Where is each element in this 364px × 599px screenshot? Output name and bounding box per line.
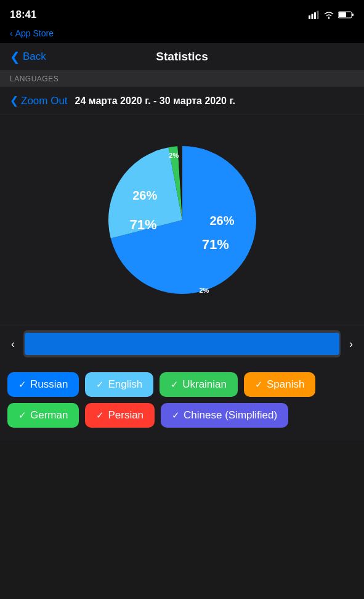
- lang-tag-persian[interactable]: ✓ Persian: [85, 403, 155, 428]
- status-time: 18:41: [10, 9, 36, 21]
- appstore-label: App Store: [15, 28, 54, 38]
- lang-label-english: English: [108, 378, 142, 391]
- language-tags: ✓ Russian ✓ English ✓ Ukrainian ✓ Spanis…: [0, 362, 364, 440]
- status-icons: [309, 10, 354, 19]
- scroll-bar-track[interactable]: [23, 330, 341, 357]
- lang-label-chinese: Chinese (Simplified): [184, 409, 277, 422]
- svg-rect-6: [352, 14, 354, 16]
- scroll-right-button[interactable]: ›: [344, 335, 358, 353]
- appstore-chevron-icon: ‹: [10, 28, 13, 38]
- svg-rect-0: [309, 15, 310, 19]
- lang-tag-chinese[interactable]: ✓ Chinese (Simplified): [161, 403, 288, 428]
- zoom-out-button[interactable]: ❮ Zoom Out: [10, 94, 68, 107]
- nav-bar: ❮ Back Statistics: [0, 43, 364, 71]
- lang-label-german: German: [30, 409, 68, 422]
- check-icon-chinese: ✓: [172, 410, 180, 421]
- scroll-indicator-area: ‹ ›: [0, 325, 364, 362]
- lang-label-spanish: Spanish: [267, 378, 304, 391]
- check-icon-german: ✓: [18, 410, 26, 421]
- chart-area: 71%26%2% 71% 26% 2%: [0, 115, 364, 325]
- back-chevron-icon: ❮: [10, 49, 20, 64]
- check-icon-spanish: ✓: [255, 379, 263, 390]
- check-icon-ukrainian: ✓: [171, 379, 179, 390]
- svg-text:2%: 2%: [169, 152, 179, 159]
- section-header: LANGUAGES: [0, 71, 364, 87]
- lang-tag-english[interactable]: ✓ English: [85, 372, 153, 397]
- back-label: Back: [23, 51, 46, 63]
- zoom-bar: ❮ Zoom Out 24 марта 2020 г. - 30 марта 2…: [0, 87, 364, 115]
- check-icon-english: ✓: [96, 379, 104, 390]
- wifi-icon: [323, 10, 334, 19]
- scroll-left-button[interactable]: ‹: [6, 335, 20, 353]
- appstore-row: ‹ App Store: [0, 27, 364, 43]
- pie-chart: 71%26%2% 71% 26% 2%: [96, 134, 269, 306]
- svg-text:71%: 71%: [201, 237, 229, 252]
- signal-icon: [309, 10, 320, 19]
- lang-label-persian: Persian: [108, 409, 144, 422]
- svg-rect-3: [317, 11, 319, 20]
- check-icon-russian: ✓: [18, 379, 26, 390]
- lang-tag-ukrainian[interactable]: ✓ Ukrainian: [160, 372, 238, 397]
- svg-rect-2: [314, 12, 316, 19]
- pie-chart-svg: 71%26%2%: [96, 134, 269, 306]
- page-title: Statistics: [156, 50, 208, 63]
- lang-tag-russian[interactable]: ✓ Russian: [7, 372, 79, 397]
- check-icon-persian: ✓: [96, 410, 104, 421]
- svg-rect-1: [312, 14, 313, 20]
- svg-rect-5: [339, 12, 346, 17]
- lang-label-russian: Russian: [30, 378, 68, 391]
- lang-tag-spanish[interactable]: ✓ Spanish: [244, 372, 315, 397]
- date-range: 24 марта 2020 г. - 30 марта 2020 г.: [75, 96, 235, 107]
- back-button[interactable]: ❮ Back: [10, 49, 46, 64]
- svg-text:26%: 26%: [132, 189, 157, 202]
- zoom-chevron-icon: ❮: [10, 94, 18, 107]
- battery-icon: [338, 10, 354, 19]
- zoom-out-label: Zoom Out: [21, 95, 68, 107]
- scroll-bar-thumb: [25, 333, 339, 355]
- lang-label-ukrainian: Ukrainian: [182, 378, 227, 391]
- status-bar: 18:41: [0, 0, 364, 27]
- lang-tag-german[interactable]: ✓ German: [7, 403, 79, 428]
